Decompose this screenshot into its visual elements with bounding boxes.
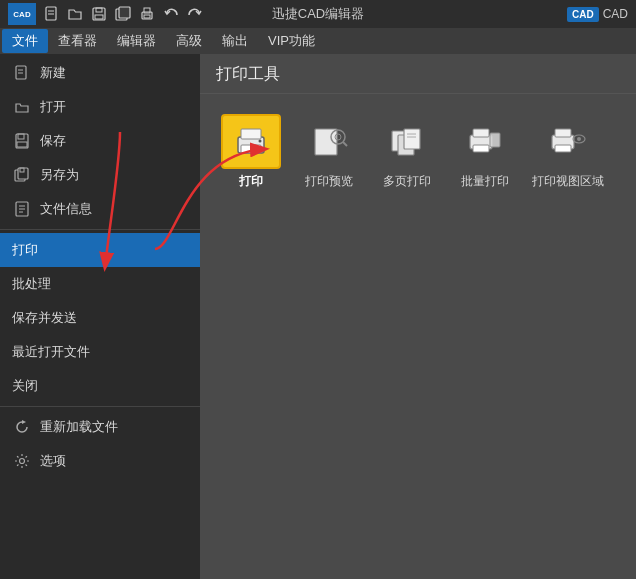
sidebar-item-settings[interactable]: 选项	[0, 444, 200, 478]
sidebar-label-new: 新建	[40, 64, 66, 82]
sidebar-label-settings: 选项	[40, 452, 66, 470]
svg-rect-40	[473, 145, 489, 152]
print-label: 打印	[239, 173, 263, 190]
svg-rect-4	[96, 8, 102, 12]
svg-line-32	[343, 142, 347, 146]
sidebar-item-close[interactable]: 关闭	[0, 369, 200, 403]
open-icon[interactable]	[64, 3, 86, 25]
printview-icon-box	[538, 114, 598, 169]
svg-rect-5	[95, 15, 103, 19]
menu-output[interactable]: 输出	[212, 29, 258, 53]
sidebar-label-open: 打开	[40, 98, 66, 116]
open-file-icon	[12, 97, 32, 117]
new-icon[interactable]	[40, 3, 62, 25]
sidebar-label-recent: 最近打开文件	[12, 343, 90, 361]
tool-grid: 打印 打印预览	[200, 94, 636, 210]
svg-point-46	[577, 137, 581, 141]
svg-rect-26	[241, 129, 261, 139]
svg-rect-10	[144, 15, 150, 18]
save-file-icon	[12, 131, 32, 151]
svg-rect-27	[241, 145, 261, 153]
sidebar-item-save[interactable]: 保存	[0, 124, 200, 158]
save-as-icon	[12, 165, 32, 185]
sidebar-item-open[interactable]: 打开	[0, 90, 200, 124]
menu-viewer[interactable]: 查看器	[48, 29, 107, 53]
content-title: 打印工具	[200, 54, 636, 94]
settings-icon	[12, 451, 32, 471]
toolbar	[40, 3, 206, 25]
sidebar-label-print: 打印	[12, 241, 38, 259]
print-icon-box	[221, 114, 281, 169]
svg-rect-15	[18, 134, 24, 139]
file-info-icon	[12, 199, 32, 219]
save-copy-icon[interactable]	[112, 3, 134, 25]
batchprint-label: 批量打印	[461, 173, 509, 190]
app-title: 迅捷CAD编辑器	[272, 5, 364, 23]
menu-vip[interactable]: VIP功能	[258, 29, 325, 53]
sidebar-item-fileinfo[interactable]: 文件信息	[0, 192, 200, 226]
tool-batchprint[interactable]: 批量打印	[450, 110, 520, 194]
sidebar-item-new[interactable]: 新建	[0, 56, 200, 90]
sidebar-item-savesend[interactable]: 保存并发送	[0, 301, 200, 335]
svg-rect-43	[555, 129, 571, 137]
tool-preview[interactable]: 打印预览	[294, 110, 364, 194]
title-bar: CAD 迅捷CAD编辑器 CAD CAD	[0, 0, 636, 28]
cad-badge: CAD	[567, 7, 599, 22]
content-area: 打印工具 打印	[200, 54, 636, 579]
menu-editor[interactable]: 编辑器	[107, 29, 166, 53]
sidebar-item-batch[interactable]: 批处理	[0, 267, 200, 301]
batchprint-icon-box	[455, 114, 515, 169]
menu-advanced[interactable]: 高级	[166, 29, 212, 53]
preview-label: 打印预览	[305, 173, 353, 190]
sidebar-label-save: 保存	[40, 132, 66, 150]
main-layout: 新建 打开 保存 另存为 文件信息 打印	[0, 54, 636, 579]
svg-rect-35	[404, 129, 420, 149]
sidebar-divider-2	[0, 406, 200, 407]
tool-print[interactable]: 打印	[216, 110, 286, 194]
tool-multipage[interactable]: 多页打印	[372, 110, 442, 194]
svg-rect-41	[490, 133, 500, 147]
title-bar-right: CAD CAD	[567, 7, 628, 22]
sidebar: 新建 打开 保存 另存为 文件信息 打印	[0, 54, 200, 579]
cad-text: CAD	[603, 7, 628, 21]
preview-icon-box	[299, 114, 359, 169]
sidebar-label-batch: 批处理	[12, 275, 51, 293]
new-file-icon	[12, 63, 32, 83]
reload-icon	[12, 417, 32, 437]
menu-file[interactable]: 文件	[2, 29, 48, 53]
svg-point-24	[20, 459, 25, 464]
sidebar-label-reload: 重新加载文件	[40, 418, 118, 436]
app-logo: CAD	[8, 3, 36, 25]
svg-rect-7	[119, 7, 130, 18]
sidebar-divider-1	[0, 229, 200, 230]
sidebar-item-reload[interactable]: 重新加载文件	[0, 410, 200, 444]
multipage-label: 多页打印	[383, 173, 431, 190]
sidebar-label-savesend: 保存并发送	[12, 309, 77, 327]
sidebar-label-close: 关闭	[12, 377, 38, 395]
svg-point-28	[259, 139, 262, 142]
print-toolbar-icon[interactable]	[136, 3, 158, 25]
multipage-icon-box	[377, 114, 437, 169]
sidebar-item-recent[interactable]: 最近打开文件	[0, 335, 200, 369]
tool-printview[interactable]: 打印视图区域	[528, 110, 608, 194]
undo-icon[interactable]	[160, 3, 182, 25]
svg-rect-39	[473, 129, 489, 137]
save-icon[interactable]	[88, 3, 110, 25]
sidebar-item-print[interactable]: 打印	[0, 233, 200, 267]
menu-bar: 文件 查看器 编辑器 高级 输出 VIP功能	[0, 28, 636, 54]
svg-rect-44	[555, 145, 571, 152]
svg-rect-16	[17, 142, 27, 147]
sidebar-label-fileinfo: 文件信息	[40, 200, 92, 218]
redo-icon[interactable]	[184, 3, 206, 25]
sidebar-label-saveas: 另存为	[40, 166, 79, 184]
printview-label: 打印视图区域	[532, 173, 604, 190]
sidebar-item-saveas[interactable]: 另存为	[0, 158, 200, 192]
